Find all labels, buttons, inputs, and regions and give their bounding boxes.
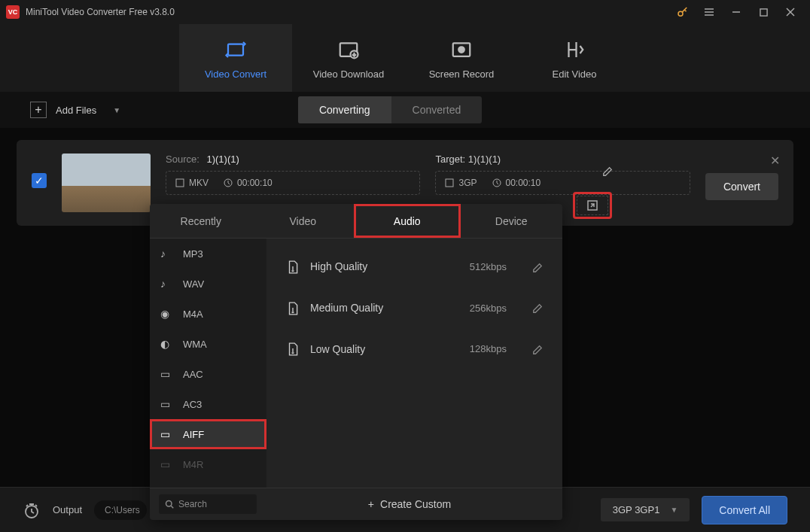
target-name: 1)(1)(1)	[468, 154, 501, 165]
source-name: 1)(1)(1)	[206, 154, 239, 165]
quality-high[interactable]: High Quality 512kbps	[266, 246, 562, 287]
format-ac3[interactable]: ▭AC3	[150, 389, 266, 419]
ddtab-audio[interactable]: Audio	[354, 204, 461, 238]
ddtab-video[interactable]: Video	[252, 204, 355, 238]
quality-rate: 256kbps	[470, 302, 507, 314]
download-icon	[337, 36, 360, 60]
chevron-down-icon: ▼	[670, 506, 678, 514]
edit-icon	[563, 36, 586, 60]
source-format-box: MKV 00:00:10	[166, 171, 420, 195]
tab-video-download[interactable]: Video Download	[292, 24, 405, 92]
audio-file-icon: ◉	[160, 308, 174, 320]
target-info: Target: 1)(1)(1) 3GP 00:00:10	[435, 154, 690, 195]
tab-edit-video[interactable]: Edit Video	[518, 24, 631, 92]
segment-converted[interactable]: Converted	[391, 96, 483, 123]
svg-rect-5	[760, 8, 766, 15]
target-duration: 00:00:10	[492, 178, 541, 188]
dropdown-tabs: Recently Video Audio Device	[150, 204, 562, 239]
create-custom-label: Create Custom	[380, 498, 451, 510]
edit-quality-icon[interactable]	[532, 260, 543, 272]
source-format: MKV	[175, 178, 209, 188]
toolbar: + Add Files ▼ Converting Converted	[0, 92, 810, 128]
search-placeholder: Search	[178, 499, 207, 509]
svg-point-12	[458, 47, 464, 53]
format-wma[interactable]: ◐WMA	[150, 329, 266, 359]
create-custom-button[interactable]: + Create Custom	[266, 498, 553, 510]
format-m4a[interactable]: ◉M4A	[150, 299, 266, 329]
maximize-button[interactable]	[750, 0, 777, 24]
target-format-box: 3GP 00:00:10	[435, 171, 690, 195]
format-aiff[interactable]: ▭AIFF	[150, 419, 266, 449]
add-files-label: Add Files	[56, 105, 96, 116]
format-wav[interactable]: ♪WAV	[150, 269, 266, 299]
ddtab-recently[interactable]: Recently	[150, 204, 252, 238]
source-label: Source:	[166, 154, 199, 165]
dropdown-footer: Search + Create Custom	[150, 488, 562, 520]
svg-rect-13	[176, 179, 184, 187]
chevron-down-icon: ▼	[113, 106, 120, 114]
segment-converting[interactable]: Converting	[298, 96, 391, 123]
plus-icon: +	[368, 498, 374, 510]
quality-name: High Quality	[310, 260, 459, 272]
quality-rate: 512kbps	[470, 261, 507, 272]
audio-file-icon: ▭	[160, 368, 174, 380]
close-button[interactable]	[777, 0, 804, 24]
video-thumbnail	[62, 154, 151, 212]
app-title: MiniTool Video Converter Free v3.8.0	[26, 7, 676, 17]
output-path-field[interactable]: C:\Users	[94, 500, 147, 520]
file-icon	[286, 301, 300, 315]
audio-file-icon: ♪	[160, 248, 174, 260]
tab-video-convert[interactable]: Video Convert	[179, 24, 292, 92]
file-icon	[286, 260, 300, 274]
quality-list: High Quality 512kbps Medium Quality 256k…	[266, 239, 562, 488]
audio-file-icon: ▭	[160, 428, 174, 440]
target-label: Target:	[435, 154, 465, 165]
format-aac[interactable]: ▭AAC	[150, 359, 266, 389]
menu-icon[interactable]	[696, 0, 723, 24]
preset-dropdown[interactable]: 3GP 3GP1 ▼	[601, 498, 690, 521]
convert-icon	[224, 36, 247, 60]
edit-quality-icon[interactable]	[532, 343, 543, 355]
source-info: Source: 1)(1)(1) MKV 00:00:10	[166, 154, 420, 195]
svg-rect-8	[228, 44, 243, 55]
convert-segment: Converting Converted	[298, 96, 482, 123]
quality-medium[interactable]: Medium Quality 256kbps	[266, 287, 562, 329]
format-mp3[interactable]: ♪MP3	[150, 239, 266, 269]
format-dropdown: Recently Video Audio Device ♪MP3 ♪WAV ◉M…	[150, 204, 562, 520]
edit-quality-icon[interactable]	[532, 302, 543, 314]
quality-low[interactable]: Low Quality 128kbps	[266, 329, 562, 370]
format-search-input[interactable]: Search	[159, 494, 257, 514]
tab-screen-record[interactable]: Screen Record	[405, 24, 518, 92]
format-sidebar[interactable]: ♪MP3 ♪WAV ◉M4A ◐WMA ▭AAC ▭AC3 ▭AIFF ▭M4R	[150, 239, 266, 488]
format-m4r[interactable]: ▭M4R	[150, 449, 266, 479]
record-icon	[450, 36, 473, 60]
quality-name: Medium Quality	[310, 302, 459, 314]
convert-button[interactable]: Convert	[705, 173, 778, 200]
edit-target-icon[interactable]	[602, 165, 613, 177]
clock-icon[interactable]	[23, 500, 41, 519]
convert-all-button[interactable]: Convert All	[702, 496, 787, 524]
remove-file-button[interactable]: ✕	[770, 154, 780, 168]
minimize-button[interactable]	[723, 0, 750, 24]
svg-rect-15	[446, 179, 453, 187]
main-navigation: Video Convert Video Download Screen Reco…	[0, 24, 810, 92]
tab-label: Screen Record	[429, 68, 495, 80]
key-icon[interactable]	[676, 5, 690, 20]
titlebar: VC MiniTool Video Converter Free v3.8.0	[0, 0, 810, 24]
audio-file-icon: ▭	[160, 398, 174, 410]
audio-file-icon: ♪	[160, 278, 174, 290]
file-checkbox[interactable]: ✓	[32, 173, 47, 188]
target-settings-button[interactable]	[573, 192, 612, 219]
audio-file-icon: ◐	[160, 338, 174, 350]
output-label: Output	[53, 504, 82, 515]
svg-point-18	[166, 501, 172, 507]
preset-label: 3GP 3GP1	[613, 504, 660, 515]
quality-rate: 128kbps	[470, 343, 507, 354]
tab-label: Video Download	[313, 68, 384, 80]
add-files-button[interactable]: + Add Files ▼	[23, 97, 128, 123]
file-icon	[286, 342, 300, 357]
audio-file-icon: ▭	[160, 458, 174, 470]
tab-label: Edit Video	[552, 68, 596, 80]
ddtab-device[interactable]: Device	[461, 204, 563, 238]
target-format: 3GP	[445, 178, 477, 188]
